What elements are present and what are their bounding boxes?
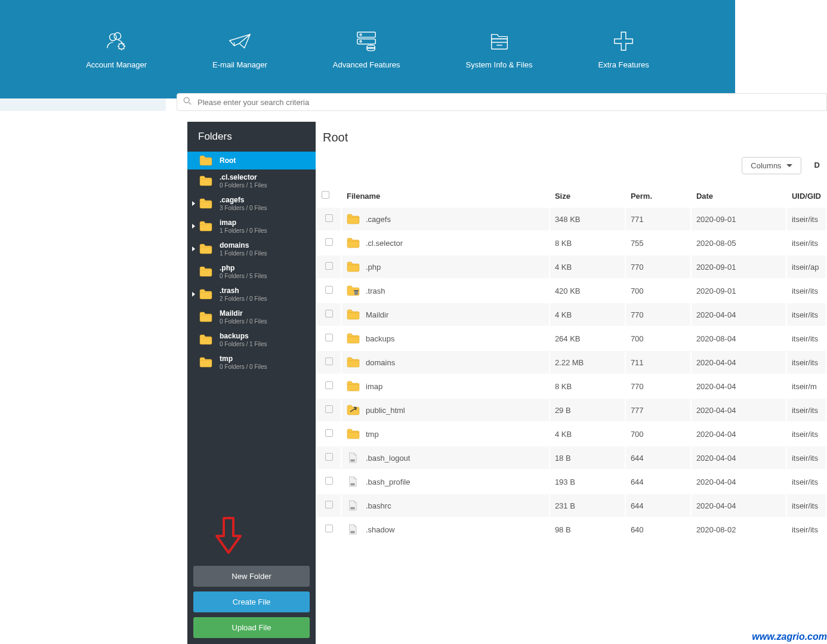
filename-text: .php — [366, 263, 381, 272]
folder-name: .trash — [220, 286, 267, 295]
plus-icon — [612, 29, 635, 53]
nav-email-manager[interactable]: E-mail Manager — [212, 29, 267, 69]
watermark: www.zagrio.com — [752, 631, 827, 642]
nav-extra-features[interactable]: Extra Features — [598, 29, 649, 69]
sidebar-folder-item[interactable]: imap1 Folders / 0 Files — [187, 215, 316, 238]
header-uidgid[interactable]: UID/GID — [787, 185, 826, 207]
top-nav: Account Manager E-mail Manager Advanced … — [0, 0, 735, 98]
folder-name: domains — [220, 241, 267, 249]
table-row[interactable]: domains2.22 MB7112020-04-04itseir/its — [317, 351, 826, 374]
cell-date: 2020-09-01 — [692, 208, 786, 230]
folder-icon — [199, 198, 212, 209]
table-row[interactable]: .bashrc231 B6442020-04-04itseir/its — [317, 494, 826, 517]
table-header-row: Filename Size Perm. Date UID/GID — [317, 185, 826, 207]
row-checkbox[interactable] — [317, 375, 341, 398]
cell-perm: 770 — [626, 375, 690, 398]
cell-size: 420 KB — [550, 279, 625, 302]
sidebar-folder-item[interactable]: domains1 Folders / 0 Files — [187, 238, 316, 260]
sidebar-folder-item[interactable]: backups0 Folders / 1 Files — [187, 328, 316, 351]
table-row[interactable]: .php4 KB7702020-09-01itseir/ap — [317, 255, 826, 278]
sidebar-folder-item[interactable]: .php0 Folders / 5 Files — [187, 260, 316, 283]
filename-text: public_html — [366, 406, 405, 415]
header-size[interactable]: Size — [550, 185, 625, 207]
svg-rect-15 — [354, 290, 359, 291]
table-row[interactable]: Maildir4 KB7702020-04-04itseir/its — [317, 303, 826, 326]
nav-advanced-features[interactable]: Advanced Features — [333, 29, 400, 69]
sidebar-folder-item[interactable]: tmp0 Folders / 0 Files — [187, 351, 316, 374]
file-type-icon — [347, 214, 359, 224]
row-checkbox[interactable] — [317, 279, 341, 302]
folder-meta: 2 Folders / 0 Files — [220, 295, 267, 302]
header-date[interactable]: Date — [692, 185, 786, 207]
cell-size: 8 KB — [550, 375, 625, 398]
sidebar-folder-item[interactable]: Root — [187, 152, 316, 170]
svg-rect-9 — [491, 39, 507, 49]
table-row[interactable]: .cagefs348 KB7712020-09-01itseir/its — [317, 208, 826, 230]
cell-date: 2020-04-04 — [692, 494, 786, 517]
table-row[interactable]: backups264 KB7002020-08-04itseir/its — [317, 327, 826, 350]
cell-size: 98 B — [550, 518, 625, 541]
filename-text: .cl.selector — [366, 239, 403, 248]
row-checkbox[interactable] — [317, 327, 341, 350]
row-checkbox[interactable] — [317, 423, 341, 445]
row-checkbox[interactable] — [317, 470, 341, 493]
header-checkbox[interactable] — [317, 185, 341, 207]
cell-perm: 644 — [626, 470, 690, 493]
chevron-down-icon — [786, 164, 792, 167]
table-row[interactable]: .cl.selector8 KB7552020-08-05itseir/its — [317, 232, 826, 254]
cell-size: 231 B — [550, 494, 625, 517]
cell-perm: 777 — [626, 399, 690, 421]
nav-label: E-mail Manager — [212, 60, 267, 69]
cell-date: 2020-08-05 — [692, 232, 786, 254]
table-row[interactable]: .shadow98 B6402020-08-02itseir/its — [317, 518, 826, 541]
table-row[interactable]: .trash420 KB7002020-09-01itseir/its — [317, 279, 826, 302]
cell-uidgid: itseir/its — [787, 327, 826, 350]
row-checkbox[interactable] — [317, 399, 341, 421]
cell-uidgid: itseir/its — [787, 446, 826, 469]
header-filename[interactable]: Filename — [342, 185, 549, 207]
create-file-button[interactable]: Create File — [193, 591, 310, 612]
nav-account-manager[interactable]: Account Manager — [86, 29, 147, 69]
row-checkbox[interactable] — [317, 255, 341, 278]
main-panel: Root Columns D Filename Size Perm. Date … — [316, 122, 827, 644]
new-folder-button[interactable]: New Folder — [193, 566, 310, 587]
filename-text: .bashrc — [366, 501, 391, 510]
search-bar[interactable] — [177, 93, 827, 111]
nav-system-info[interactable]: System Info & Files — [466, 29, 533, 69]
table-row[interactable]: tmp4 KB7002020-04-04itseir/its — [317, 423, 826, 445]
search-icon — [183, 97, 192, 107]
folder-icon — [199, 221, 212, 232]
folder-text: domains1 Folders / 0 Files — [220, 241, 267, 257]
cell-size: 18 B — [550, 446, 625, 469]
table-row[interactable]: public_html29 B7772020-04-04itseir/its — [317, 399, 826, 421]
row-checkbox[interactable] — [317, 208, 341, 230]
table-row[interactable]: .bash_logout18 B6442020-04-04itseir/its — [317, 446, 826, 469]
row-checkbox[interactable] — [317, 446, 341, 469]
folder-text: .trash2 Folders / 0 Files — [220, 286, 267, 302]
sidebar-folder-item[interactable]: .cl.selector0 Folders / 1 Files — [187, 170, 316, 192]
folder-icon — [199, 312, 212, 322]
row-checkbox[interactable] — [317, 232, 341, 254]
sidebar-folder-item[interactable]: .trash2 Folders / 0 Files — [187, 283, 316, 306]
file-type-icon — [347, 333, 359, 344]
row-checkbox[interactable] — [317, 351, 341, 374]
sidebar-folder-item[interactable]: .cagefs3 Folders / 0 Files — [187, 192, 316, 215]
sidebar-folder-item[interactable]: Maildir0 Folders / 0 Files — [187, 306, 316, 328]
cell-perm: 700 — [626, 423, 690, 445]
table-row[interactable]: imap8 KB7702020-04-04itseir/m — [317, 375, 826, 398]
upload-file-button[interactable]: Upload File — [193, 617, 310, 638]
svg-line-13 — [189, 103, 192, 105]
table-row[interactable]: .bash_profile193 B6442020-04-04itseir/it… — [317, 470, 826, 493]
row-checkbox[interactable] — [317, 518, 341, 541]
search-input[interactable] — [198, 98, 820, 107]
server-icon — [354, 29, 378, 53]
svg-rect-18 — [350, 507, 354, 510]
svg-rect-14 — [354, 291, 358, 295]
cell-filename: .cl.selector — [342, 232, 549, 254]
row-checkbox[interactable] — [317, 303, 341, 326]
cell-date: 2020-04-04 — [692, 399, 786, 421]
cell-size: 4 KB — [550, 423, 625, 445]
header-perm[interactable]: Perm. — [626, 185, 690, 207]
row-checkbox[interactable] — [317, 494, 341, 517]
columns-button[interactable]: Columns — [742, 157, 801, 174]
